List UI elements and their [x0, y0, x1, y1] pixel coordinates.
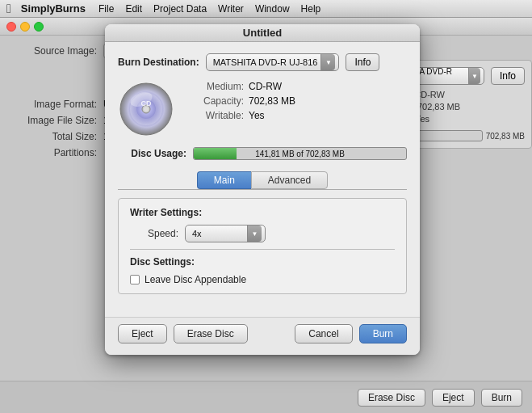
- speed-row: Speed: 4x ▼: [130, 225, 395, 242]
- footer-right-buttons: Cancel Burn: [295, 324, 407, 343]
- disc-usage-label: Disc Usage:: [118, 148, 186, 159]
- bg-eject-button[interactable]: Eject: [432, 389, 475, 407]
- info-button[interactable]: Info: [346, 53, 379, 71]
- cancel-button[interactable]: Cancel: [295, 324, 352, 343]
- medium-val: CD-RW: [249, 81, 282, 92]
- erase-disc-button[interactable]: Erase Disc: [174, 324, 248, 343]
- medium-type-row: Medium: CD-RW: [187, 81, 407, 92]
- medium-key: Medium:: [187, 81, 244, 92]
- total-size-label: Total Size:: [8, 131, 97, 142]
- app-name[interactable]: SimplyBurns: [21, 2, 86, 15]
- leave-appendable-row: Leave Disc Appendable: [130, 274, 395, 285]
- traffic-lights: [6, 22, 44, 32]
- dialog-body: Burn Destination: MATSHITA DVD-R UJ-816 …: [105, 42, 420, 317]
- medium-section: CD Medium: CD-RW Capacity: 702,83 MB Wri…: [118, 81, 407, 137]
- burn-dest-value: MATSHITA DVD-R UJ-816: [213, 57, 318, 67]
- bg-burn-button[interactable]: Burn: [481, 389, 522, 407]
- image-format-label: Image Format:: [8, 99, 97, 110]
- speed-value: 4x: [192, 229, 244, 238]
- disc-settings-header: Disc Settings:: [130, 256, 395, 268]
- menubar:  SimplyBurns File Edit Project Data Wri…: [0, 0, 532, 18]
- menu-project-data[interactable]: Project Data: [153, 3, 207, 15]
- tab-content-main: Writer Settings: Speed: 4x ▼ Disc Settin…: [118, 198, 407, 294]
- capacity-row: Capacity: 702,83 MB: [187, 95, 407, 107]
- menu-file[interactable]: File: [98, 3, 114, 15]
- leave-appendable-label: Leave Disc Appendable: [145, 274, 246, 285]
- speed-label: Speed:: [130, 228, 178, 239]
- zoom-button[interactable]: [34, 22, 44, 32]
- bg-capacity-val: 702,83 MB: [417, 102, 460, 112]
- burn-button[interactable]: Burn: [359, 324, 407, 343]
- leave-appendable-checkbox[interactable]: [130, 275, 140, 284]
- apple-menu-icon[interactable]: : [6, 2, 11, 16]
- tab-advanced[interactable]: Advanced: [251, 171, 328, 189]
- capacity-val: 702,83 MB: [249, 95, 295, 107]
- cd-icon: CD: [118, 81, 174, 137]
- partitions-label: Partitions:: [8, 147, 97, 158]
- dropdown-arrow-icon: ▼: [468, 68, 480, 84]
- writable-key: Writable:: [187, 110, 244, 121]
- capacity-key: Capacity:: [187, 95, 244, 107]
- speed-select[interactable]: 4x ▼: [185, 225, 266, 242]
- dialog-titlebar: Untitled: [105, 24, 420, 42]
- disc-usage-text: 141,81 MB of 702,83 MB: [194, 148, 406, 159]
- svg-text:CD: CD: [141, 99, 152, 107]
- dialog-title: Untitled: [243, 27, 282, 39]
- eject-button[interactable]: Eject: [118, 324, 167, 343]
- menu-help[interactable]: Help: [301, 3, 321, 15]
- menu-writer[interactable]: Writer: [218, 3, 244, 15]
- tabs-row: Main Advanced: [118, 171, 407, 190]
- bg-erase-disc-button[interactable]: Erase Disc: [358, 389, 425, 407]
- writable-val: Yes: [249, 110, 265, 121]
- bg-info-button[interactable]: Info: [491, 67, 525, 85]
- speed-arrow-icon: ▼: [247, 225, 262, 242]
- source-image-label: Source Image:: [8, 45, 97, 57]
- medium-info: Medium: CD-RW Capacity: 702,83 MB Writab…: [187, 81, 407, 137]
- burn-dest-label: Burn Destination:: [118, 57, 199, 68]
- close-button[interactable]: [6, 22, 16, 32]
- burn-dialog: Untitled Burn Destination: MATSHITA DVD-…: [105, 24, 420, 355]
- image-file-size-label: Image File Size:: [8, 115, 97, 126]
- bg-disc-usage-text: 702,83 MB: [486, 132, 525, 141]
- minimize-button[interactable]: [20, 22, 30, 32]
- dialog-footer: Eject Erase Disc Cancel Burn: [105, 317, 420, 355]
- disc-svg: CD: [119, 82, 174, 137]
- burn-destination-row: Burn Destination: MATSHITA DVD-R UJ-816 …: [118, 53, 407, 71]
- menu-window[interactable]: Window: [255, 3, 290, 15]
- settings-divider: [130, 249, 395, 250]
- writer-settings-header: Writer Settings:: [130, 207, 395, 218]
- disc-usage-progress-bar: 141,81 MB of 702,83 MB: [193, 147, 407, 160]
- writable-row: Writable: Yes: [187, 110, 407, 121]
- tab-main[interactable]: Main: [197, 171, 251, 189]
- disc-usage-row: Disc Usage: 141,81 MB of 702,83 MB: [118, 147, 407, 160]
- bg-bottom-bar: Erase Disc Eject Burn: [0, 381, 532, 413]
- burn-dest-dropdown-container: MATSHITA DVD-R UJ-816 ▼ Info: [206, 53, 407, 71]
- menu-edit[interactable]: Edit: [125, 3, 142, 15]
- burn-dest-select[interactable]: MATSHITA DVD-R UJ-816 ▼: [206, 53, 340, 71]
- footer-left-buttons: Eject Erase Disc: [118, 324, 248, 343]
- select-arrow-icon: ▼: [320, 54, 335, 70]
